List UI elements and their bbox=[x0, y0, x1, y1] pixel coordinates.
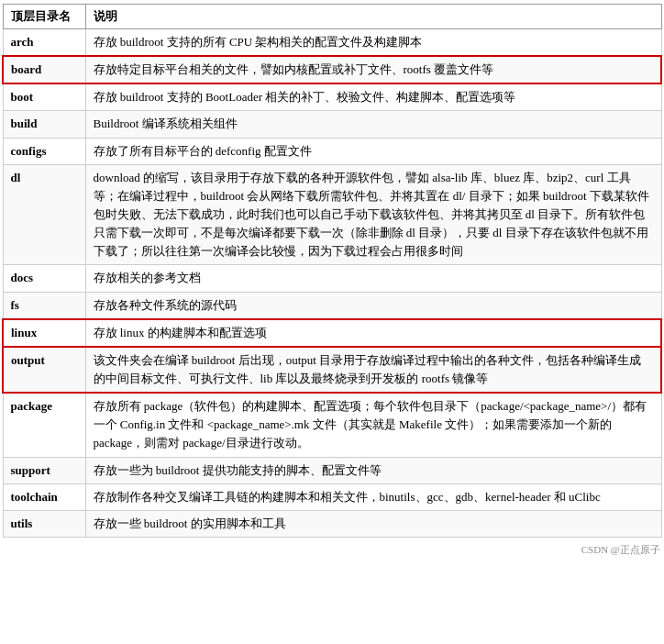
row-desc-cell: 存放一些为 buildroot 提供功能支持的脚本、配置文件等 bbox=[85, 457, 661, 483]
row-name-cell: package bbox=[3, 393, 85, 457]
col-header-name: 顶层目录名 bbox=[3, 5, 85, 29]
table-header-row: 顶层目录名 说明 bbox=[3, 5, 661, 29]
table-row: boot存放 buildroot 支持的 BootLoader 相关的补丁、校验… bbox=[3, 83, 661, 111]
row-name-cell: utils bbox=[3, 510, 85, 537]
row-name-cell: linux bbox=[3, 319, 85, 347]
table-row: buildBuildroot 编译系统相关组件 bbox=[3, 111, 661, 138]
row-desc-cell: 存放相关的参考文档 bbox=[85, 265, 661, 292]
row-name-cell: configs bbox=[3, 138, 85, 164]
row-name-cell: support bbox=[3, 457, 85, 483]
table-row: dldownload 的缩写，该目录用于存放下载的各种开源软件包，譬如 alsa… bbox=[3, 164, 661, 265]
table-row: configs存放了所有目标平台的 defconfig 配置文件 bbox=[3, 138, 661, 164]
row-name-cell: boot bbox=[3, 83, 85, 111]
table-row: toolchain存放制作各种交叉编译工具链的构建脚本和相关文件，binutil… bbox=[3, 483, 661, 510]
row-desc-cell: download 的缩写，该目录用于存放下载的各种开源软件包，譬如 alsa-l… bbox=[85, 164, 661, 265]
row-desc-cell: 存放 buildroot 支持的 BootLoader 相关的补丁、校验文件、构… bbox=[85, 83, 661, 111]
table-row: package存放所有 package（软件包）的构建脚本、配置选项；每个软件包… bbox=[3, 393, 661, 457]
table-row: board存放特定目标平台相关的文件，譬如内核配置或补丁文件、rootfs 覆盖… bbox=[3, 56, 661, 83]
row-desc-cell: 存放了所有目标平台的 defconfig 配置文件 bbox=[85, 138, 661, 164]
table-row: support存放一些为 buildroot 提供功能支持的脚本、配置文件等 bbox=[3, 457, 661, 483]
table-row: linux存放 linux 的构建脚本和配置选项 bbox=[3, 319, 661, 347]
row-desc-cell: Buildroot 编译系统相关组件 bbox=[85, 111, 661, 138]
row-name-cell: dl bbox=[3, 164, 85, 265]
row-desc-cell: 存放特定目标平台相关的文件，譬如内核配置或补丁文件、rootfs 覆盖文件等 bbox=[85, 56, 661, 83]
table-row: output该文件夹会在编译 buildroot 后出现，output 目录用于… bbox=[3, 347, 661, 393]
row-name-cell: fs bbox=[3, 292, 85, 319]
row-desc-cell: 存放制作各种交叉编译工具链的构建脚本和相关文件，binutils、gcc、gdb… bbox=[85, 483, 661, 510]
row-desc-cell: 存放各种文件系统的源代码 bbox=[85, 292, 661, 319]
table-row: utils存放一些 buildroot 的实用脚本和工具 bbox=[3, 510, 661, 537]
footer-text: CSDN @正点原子 bbox=[0, 541, 664, 559]
row-desc-cell: 存放 buildroot 支持的所有 CPU 架构相关的配置文件及构建脚本 bbox=[85, 29, 661, 57]
row-name-cell: toolchain bbox=[3, 483, 85, 510]
row-name-cell: board bbox=[3, 56, 85, 83]
row-name-cell: build bbox=[3, 111, 85, 138]
table-row: arch存放 buildroot 支持的所有 CPU 架构相关的配置文件及构建脚… bbox=[3, 29, 661, 57]
table-row: fs存放各种文件系统的源代码 bbox=[3, 292, 661, 319]
row-desc-cell: 该文件夹会在编译 buildroot 后出现，output 目录用于存放编译过程… bbox=[85, 347, 661, 393]
row-desc-cell: 存放 linux 的构建脚本和配置选项 bbox=[85, 319, 661, 347]
row-name-cell: output bbox=[3, 347, 85, 393]
row-name-cell: arch bbox=[3, 29, 85, 57]
table-row: docs存放相关的参考文档 bbox=[3, 265, 661, 292]
row-name-cell: docs bbox=[3, 265, 85, 292]
col-header-desc: 说明 bbox=[85, 5, 661, 29]
row-desc-cell: 存放所有 package（软件包）的构建脚本、配置选项；每个软件包目录下（pac… bbox=[85, 393, 661, 457]
row-desc-cell: 存放一些 buildroot 的实用脚本和工具 bbox=[85, 510, 661, 537]
main-table: 顶层目录名 说明 arch存放 buildroot 支持的所有 CPU 架构相关… bbox=[2, 4, 662, 538]
